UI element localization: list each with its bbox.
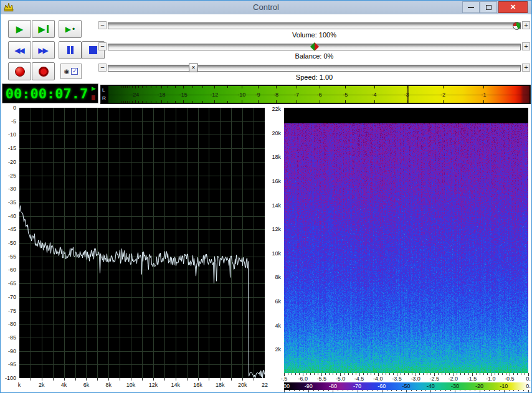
fast-forward-icon: ▶▶	[38, 47, 48, 54]
spectrum-y-tick-label: -65	[8, 281, 16, 286]
play-cue-dot-icon: •	[72, 26, 75, 33]
speed-plus-button[interactable]: +	[522, 64, 530, 72]
record-arm-button[interactable]	[32, 62, 55, 80]
speed-minus-button[interactable]: −	[98, 64, 107, 72]
spectrogram-time-tick-label: -0.5	[505, 376, 515, 382]
colorbar-tick	[470, 390, 470, 391]
colorbar-tick	[323, 390, 324, 391]
meter-tick	[146, 101, 146, 103]
speed-slider-thumb[interactable]: ×	[189, 64, 198, 72]
spectrum-x-tick	[231, 378, 232, 381]
spectrum-y-axis: 0-5-10-15-20-25-30-35-40-45-50-55-60-65-…	[1, 108, 17, 378]
spectrogram-time-tick	[495, 373, 495, 375]
spectrum-x-tick	[42, 378, 42, 381]
spectrum-x-tick-label: 18k	[216, 382, 225, 388]
spectrogram-y-tick-label: 6k	[275, 299, 281, 305]
minimize-icon	[468, 7, 474, 8]
spectrogram-time-tick	[468, 373, 469, 375]
spectrogram-time-tick	[476, 373, 477, 375]
pause-button[interactable]	[59, 41, 82, 59]
spectrogram-colorbar: -100-90-80-70-60-50-40-30-20-100.	[284, 382, 528, 390]
minimize-button[interactable]	[462, 1, 480, 13]
spectrum-y-tick-label: -5	[11, 119, 16, 125]
play-to-end-button[interactable]: ▶	[32, 20, 55, 38]
meter-tick	[192, 86, 193, 88]
colorbar-tick	[348, 390, 348, 391]
spectrum-x-tick	[142, 378, 143, 381]
meter-tick	[130, 101, 130, 103]
colorbar-tick	[435, 390, 436, 391]
spectrum-y-tick-label: -95	[8, 362, 16, 367]
colorbar-tick	[289, 390, 290, 391]
titlebar[interactable]: Control ✕	[1, 1, 531, 14]
colorbar-tick-label: -30	[451, 383, 459, 389]
meter-tick	[132, 101, 133, 103]
spectrogram-time-tick	[310, 373, 311, 375]
record-option-checkbox[interactable]: ✓	[71, 68, 78, 75]
colorbar-tick	[303, 390, 304, 391]
spectrum-x-tick	[242, 378, 243, 381]
spectrum-y-tick-label: -10	[8, 132, 16, 138]
meter-db-label: -8	[273, 92, 278, 98]
meter-tick	[123, 86, 124, 88]
balance-plus-button[interactable]: +	[522, 42, 530, 50]
spectrum-y-tick-label: -80	[8, 321, 16, 327]
spectrum-x-tick	[220, 378, 221, 381]
spectrum-x-tick	[153, 378, 154, 381]
speed-slider-track[interactable]	[108, 65, 521, 72]
record-button[interactable]	[8, 62, 31, 80]
colorbar-tick	[308, 390, 309, 392]
spectrogram-time-tick	[408, 373, 409, 375]
spectrogram-plot	[284, 108, 528, 373]
meter-tick	[123, 101, 124, 103]
record-arm-icon	[39, 67, 49, 77]
time-play-icon: ▶	[92, 86, 96, 92]
balance-minus-button[interactable]: −	[98, 42, 107, 50]
meter-tick	[320, 86, 320, 88]
record-options-panel[interactable]: ◉ ✓	[60, 64, 82, 79]
spectrum-y-tick-label: -30	[8, 186, 16, 192]
record-icon	[15, 67, 25, 77]
spectrogram-time-tick	[487, 373, 488, 375]
spectrogram-time-tick-label: -2.5	[429, 376, 439, 382]
volume-plus-button[interactable]: +	[522, 21, 530, 29]
maximize-button[interactable]	[480, 1, 497, 13]
spectrum-x-tick-label: k	[18, 382, 21, 388]
spectrum-x-tick	[176, 378, 176, 381]
spectrogram-time-tick	[288, 373, 288, 375]
spectrogram-time-tick	[389, 373, 390, 375]
fast-forward-button[interactable]: ▶▶	[32, 41, 55, 59]
spectrogram-time-tick	[295, 373, 296, 375]
spectrum-x-tick	[131, 378, 131, 381]
spectrogram-time-tick	[521, 373, 521, 375]
spectrum-y-tick-label: -25	[8, 173, 16, 179]
meter-tick	[138, 86, 139, 88]
meter-tick	[121, 101, 122, 103]
play-cue-button[interactable]: ▶ •	[59, 20, 82, 38]
colorbar-tick-label: -90	[305, 383, 313, 389]
spectrogram-time-tick	[460, 373, 461, 375]
spectrogram-time-tick	[404, 373, 405, 375]
spectrum-y-tick-label: -60	[8, 267, 16, 273]
colorbar-tick	[396, 390, 397, 391]
volume-slider-thumb[interactable]	[513, 22, 521, 30]
play-to-end-icon: ▶	[38, 24, 45, 34]
meter-tick	[258, 86, 259, 88]
colorbar-tick	[523, 390, 524, 391]
balance-label: Balance: 0%	[108, 52, 521, 60]
spectrogram-time-tick-label: -6.0	[298, 376, 308, 382]
meter-tick	[345, 86, 346, 88]
volume-slider-track[interactable]	[108, 22, 521, 29]
volume-minus-button[interactable]: −	[98, 21, 107, 29]
spectrum-y-tick-label: -100	[5, 376, 16, 381]
close-button[interactable]: ✕	[498, 1, 528, 13]
spectrogram-time-tick-label: 0.	[526, 376, 531, 382]
meter-tick	[127, 101, 128, 103]
play-button[interactable]: ▶	[8, 20, 31, 38]
meter-tick	[202, 101, 203, 103]
record-source-radio-icon[interactable]: ◉	[64, 69, 70, 75]
spectrogram-time-tick	[367, 373, 368, 375]
spectrogram-time-tick	[525, 373, 525, 375]
time-record-indicator	[92, 95, 95, 100]
rewind-button[interactable]: ◀◀	[8, 41, 31, 59]
